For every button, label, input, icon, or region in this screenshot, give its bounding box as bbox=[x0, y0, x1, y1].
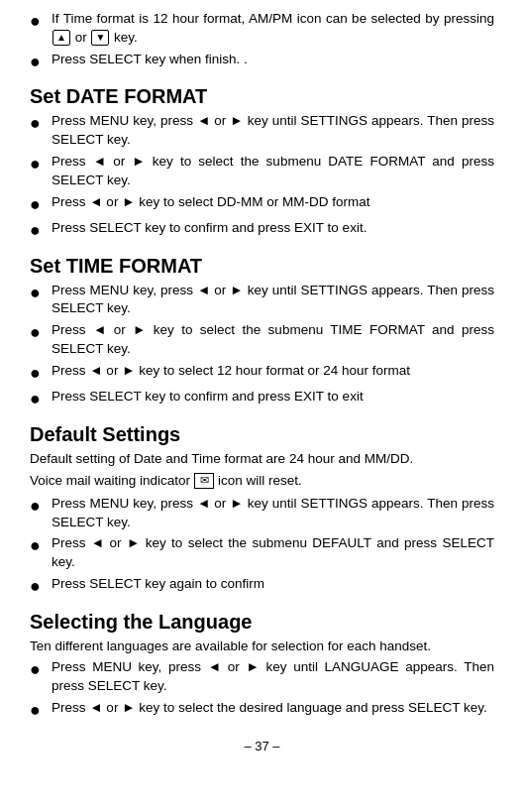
page-number: – 37 – bbox=[30, 739, 494, 754]
down-arrow-key: ▼ bbox=[91, 30, 109, 46]
intro-bullet-2-text: Press SELECT key when finish. . bbox=[52, 51, 494, 69]
list-item: ● Press ◄ or ► key to select DD-MM or MM… bbox=[30, 193, 494, 216]
up-arrow-key: ▲ bbox=[52, 30, 70, 46]
list-item-text: Press ◄ or ► key to select 12 hour forma… bbox=[52, 362, 494, 381]
bullet-dot: ● bbox=[30, 362, 48, 385]
set-time-format-section: Set TIME FORMAT ● Press MENU key, press … bbox=[30, 255, 494, 411]
default-desc-1: Default setting of Date and Time format … bbox=[30, 450, 494, 469]
list-item-text: Press MENU key, press ◄ or ► key until L… bbox=[52, 658, 494, 696]
selecting-language-heading: Selecting the Language bbox=[30, 611, 494, 634]
list-item-text: Press SELECT key again to confirm bbox=[52, 575, 494, 594]
bullet-dot: ● bbox=[30, 51, 48, 73]
list-item-text: Press MENU key, press ◄ or ► key until S… bbox=[52, 282, 494, 319]
bullet-dot: ● bbox=[30, 219, 48, 242]
list-item: ● Press ◄ or ► key to select the submenu… bbox=[30, 153, 494, 190]
list-item: ● Press ◄ or ► key to select the submenu… bbox=[30, 321, 494, 359]
list-item: ● Press MENU key, press ◄ or ► key until… bbox=[30, 495, 494, 532]
selecting-language-section: Selecting the Language Ten different lan… bbox=[30, 611, 494, 723]
list-item: ● Press ◄ or ► key to select the desired… bbox=[30, 699, 494, 722]
voicemail-line: Voice mail waiting indicator icon will r… bbox=[30, 472, 494, 491]
list-item-text: Press ◄ or ► key to select DD-MM or MM-D… bbox=[52, 193, 494, 212]
default-settings-heading: Default Settings bbox=[30, 423, 494, 446]
bullet-dot: ● bbox=[30, 321, 48, 344]
language-desc: Ten different languages are available fo… bbox=[30, 638, 494, 656]
bullet-dot: ● bbox=[30, 699, 48, 722]
language-list: ● Press MENU key, press ◄ or ► key until… bbox=[30, 658, 494, 722]
list-item-text: Press ◄ or ► key to select the submenu T… bbox=[52, 321, 494, 359]
default-settings-section: Default Settings Default setting of Date… bbox=[30, 423, 494, 599]
list-item: ● Press MENU key, press ◄ or ► key until… bbox=[30, 282, 494, 319]
bullet-dot: ● bbox=[30, 658, 48, 681]
bullet-dot: ● bbox=[30, 10, 48, 33]
set-date-format-section: Set DATE FORMAT ● Press MENU key, press … bbox=[30, 85, 494, 242]
intro-bullet-2: ● Press SELECT key when finish. . bbox=[30, 51, 494, 73]
list-item: ● Press MENU key, press ◄ or ► key until… bbox=[30, 112, 494, 150]
bullet-dot: ● bbox=[30, 112, 48, 135]
intro-bullet-1: ● If Time format is 12 hour format, AM/P… bbox=[30, 10, 494, 48]
intro-section: ● If Time format is 12 hour format, AM/P… bbox=[30, 10, 494, 73]
list-item-text: Press ◄ or ► key to select the submenu D… bbox=[52, 534, 494, 572]
list-item: ● Press MENU key, press ◄ or ► key until… bbox=[30, 658, 494, 696]
list-item: ● Press SELECT key to confirm and press … bbox=[30, 219, 494, 242]
list-item-text: Press MENU key, press ◄ or ► key until S… bbox=[52, 495, 494, 532]
list-item-text: Press SELECT key to confirm and press EX… bbox=[52, 219, 494, 238]
voicemail-text-pre: Voice mail waiting indicator bbox=[30, 472, 190, 491]
set-time-format-list: ● Press MENU key, press ◄ or ► key until… bbox=[30, 282, 494, 411]
bullet-dot: ● bbox=[30, 193, 48, 216]
bullet-dot: ● bbox=[30, 388, 48, 410]
bullet-dot: ● bbox=[30, 153, 48, 175]
list-item: ● Press ◄ or ► key to select 12 hour for… bbox=[30, 362, 494, 385]
set-time-format-heading: Set TIME FORMAT bbox=[30, 255, 494, 278]
list-item-text: Press ◄ or ► key to select the desired l… bbox=[52, 699, 494, 718]
list-item-text: Press SELECT key to confirm and press EX… bbox=[52, 388, 494, 406]
set-date-format-list: ● Press MENU key, press ◄ or ► key until… bbox=[30, 112, 494, 242]
list-item: ● Press SELECT key to confirm and press … bbox=[30, 388, 494, 410]
voicemail-icon bbox=[194, 473, 214, 489]
bullet-dot: ● bbox=[30, 495, 48, 518]
intro-bullet-1-text: If Time format is 12 hour format, AM/PM … bbox=[52, 10, 494, 48]
list-item: ● Press SELECT key again to confirm bbox=[30, 575, 494, 598]
default-settings-list: ● Press MENU key, press ◄ or ► key until… bbox=[30, 495, 494, 599]
bullet-dot: ● bbox=[30, 575, 48, 598]
list-item: ● Press ◄ or ► key to select the submenu… bbox=[30, 534, 494, 572]
set-date-format-heading: Set DATE FORMAT bbox=[30, 85, 494, 108]
voicemail-text-post: icon will reset. bbox=[218, 472, 302, 491]
list-item-text: Press MENU key, press ◄ or ► key until S… bbox=[52, 112, 494, 150]
bullet-dot: ● bbox=[30, 534, 48, 557]
list-item-text: Press ◄ or ► key to select the submenu D… bbox=[52, 153, 494, 190]
bullet-dot: ● bbox=[30, 282, 48, 304]
